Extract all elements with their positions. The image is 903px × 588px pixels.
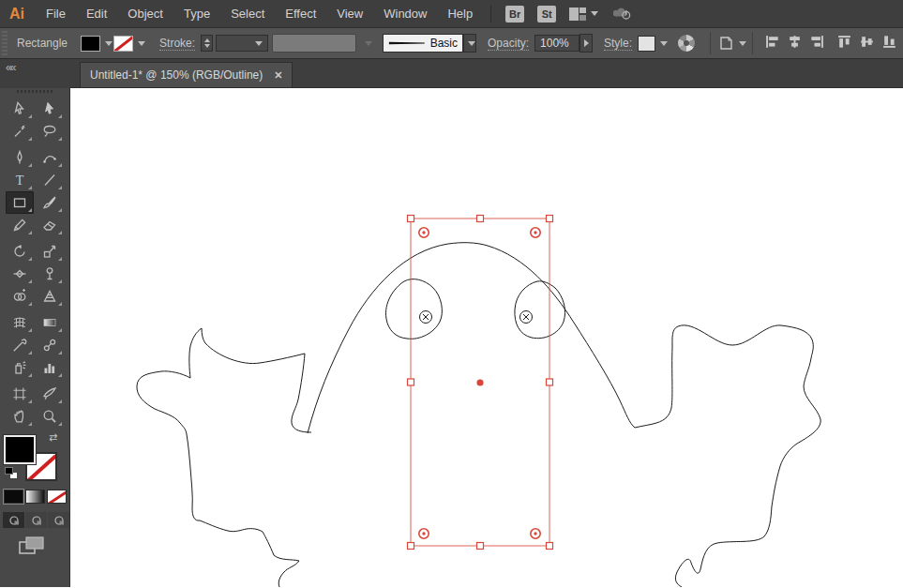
tool-zoom[interactable] xyxy=(36,405,64,428)
tool-slice[interactable] xyxy=(36,383,64,405)
tool-type[interactable]: T xyxy=(6,169,34,191)
stroke-weight-stepper[interactable] xyxy=(201,35,213,52)
menu-file[interactable]: File xyxy=(36,0,76,27)
default-fill-stroke-icon[interactable] xyxy=(5,467,18,479)
toolbar-grip[interactable] xyxy=(17,90,53,93)
canvas[interactable] xyxy=(70,88,903,587)
artboard-svg[interactable] xyxy=(70,88,903,587)
tool-hand[interactable] xyxy=(6,405,34,428)
menu-help[interactable]: Help xyxy=(437,0,483,27)
tool-symbol-sprayer[interactable] xyxy=(6,356,34,379)
live-corner-widget[interactable] xyxy=(419,228,429,237)
opacity-label[interactable]: Opacity: xyxy=(488,37,529,51)
vertical-align-bottom-icon[interactable] xyxy=(881,34,897,53)
tool-perspective-grid[interactable] xyxy=(36,285,64,308)
selection-handle[interactable] xyxy=(408,379,414,385)
tool-width[interactable] xyxy=(6,263,34,285)
draw-normal-button[interactable] xyxy=(3,512,24,528)
fill-color-swatch[interactable] xyxy=(81,36,100,52)
opacity-input[interactable]: 100% xyxy=(534,35,579,52)
tool-column-graph[interactable] xyxy=(36,356,64,379)
ghost-right-ear-path[interactable] xyxy=(515,281,565,339)
right-eye-circle[interactable] xyxy=(520,311,533,324)
creative-cloud-power-icon[interactable] xyxy=(613,5,632,23)
document-tab[interactable]: Untitled-1* @ 150% (RGB/Outline) ✕ xyxy=(80,62,293,87)
selection-handle[interactable] xyxy=(547,379,553,385)
tool-line-segment[interactable] xyxy=(36,169,64,191)
selection-handle[interactable] xyxy=(408,543,414,550)
swap-fill-stroke-icon[interactable]: ⇄ xyxy=(49,431,57,444)
tool-blend[interactable] xyxy=(36,334,64,356)
style-label[interactable]: Style: xyxy=(604,37,632,51)
live-corner-widget[interactable] xyxy=(531,228,540,237)
menu-type[interactable]: Type xyxy=(173,0,220,27)
tool-scale[interactable] xyxy=(36,240,64,263)
tool-shape-builder[interactable] xyxy=(6,285,34,308)
style-chevron-icon[interactable] xyxy=(655,36,669,52)
ghost-left-arm-path[interactable] xyxy=(137,328,311,587)
horizontal-align-center-icon[interactable] xyxy=(787,34,803,53)
menu-window[interactable]: Window xyxy=(373,0,437,27)
horizontal-align-right-icon[interactable] xyxy=(809,34,825,53)
tool-gradient[interactable] xyxy=(36,311,64,334)
ghost-left-ear-path[interactable] xyxy=(385,279,442,339)
tool-artboard[interactable] xyxy=(6,383,34,405)
selection-handle[interactable] xyxy=(547,216,553,222)
left-eye-circle[interactable] xyxy=(420,311,432,324)
panel-grip[interactable] xyxy=(2,31,8,55)
draw-behind-button[interactable] xyxy=(25,512,47,528)
menu-view[interactable]: View xyxy=(326,0,373,27)
menu-edit[interactable]: Edit xyxy=(76,0,117,27)
stock-button[interactable]: St xyxy=(537,6,556,23)
tool-lasso[interactable] xyxy=(36,120,64,143)
fill-chevron-icon[interactable] xyxy=(100,36,113,52)
selection-center-point[interactable] xyxy=(476,379,483,385)
ghost-right-arm-path[interactable] xyxy=(635,325,820,587)
menu-select[interactable]: Select xyxy=(220,0,275,27)
bridge-button[interactable]: Br xyxy=(505,6,524,23)
ghost-head-path[interactable] xyxy=(308,243,635,433)
tool-direct-selection[interactable] xyxy=(36,98,64,120)
stroke-label[interactable]: Stroke: xyxy=(159,37,195,51)
tool-rectangle[interactable] xyxy=(6,191,34,214)
draw-inside-button[interactable] xyxy=(48,512,69,528)
recolor-artwork-icon[interactable] xyxy=(678,35,695,52)
live-corner-widget[interactable] xyxy=(531,529,540,538)
tool-mesh[interactable] xyxy=(6,311,34,334)
fill-proxy-swatch[interactable] xyxy=(4,435,36,464)
vertical-align-top-icon[interactable] xyxy=(836,34,852,53)
tab-close-icon[interactable]: ✕ xyxy=(274,69,282,82)
screen-mode-icon[interactable] xyxy=(19,536,45,559)
graphic-style-swatch[interactable] xyxy=(638,36,655,52)
menu-effect[interactable]: Effect xyxy=(275,0,326,27)
collapse-panel-icon[interactable]: «« xyxy=(6,61,14,74)
tool-pen[interactable] xyxy=(6,146,34,169)
stroke-chevron-icon[interactable] xyxy=(133,36,146,52)
brush-chevron-icon[interactable] xyxy=(463,34,476,53)
brush-definition-dropdown[interactable]: Basic xyxy=(383,34,463,53)
selection-handle[interactable] xyxy=(477,216,484,222)
tool-rotate[interactable] xyxy=(6,240,34,263)
selection-handle[interactable] xyxy=(547,543,553,550)
stroke-weight-dropdown[interactable] xyxy=(216,35,268,52)
horizontal-align-left-icon[interactable] xyxy=(764,34,780,53)
stroke-none-swatch[interactable] xyxy=(113,36,133,52)
tool-magic-wand[interactable] xyxy=(6,120,34,143)
selection-handle[interactable] xyxy=(408,216,414,222)
tool-selection[interactable] xyxy=(6,98,34,120)
vertical-align-center-icon[interactable] xyxy=(859,34,875,53)
document-setup-icon[interactable] xyxy=(716,34,735,53)
none-button[interactable] xyxy=(47,490,67,504)
tool-paintbrush[interactable] xyxy=(36,191,64,214)
tool-puppet-warp[interactable] xyxy=(36,263,64,285)
chevron-down-icon[interactable] xyxy=(739,41,746,46)
menu-object[interactable]: Object xyxy=(117,0,173,27)
workspace-switcher[interactable] xyxy=(568,5,598,23)
gradient-button[interactable] xyxy=(25,490,45,504)
tool-curvature[interactable] xyxy=(36,146,64,169)
tool-shaper[interactable] xyxy=(6,214,34,236)
live-corner-widget[interactable] xyxy=(419,529,429,538)
opacity-expander-icon[interactable] xyxy=(579,34,593,53)
tool-eyedropper[interactable] xyxy=(6,334,34,356)
selection-handle[interactable] xyxy=(477,543,484,550)
